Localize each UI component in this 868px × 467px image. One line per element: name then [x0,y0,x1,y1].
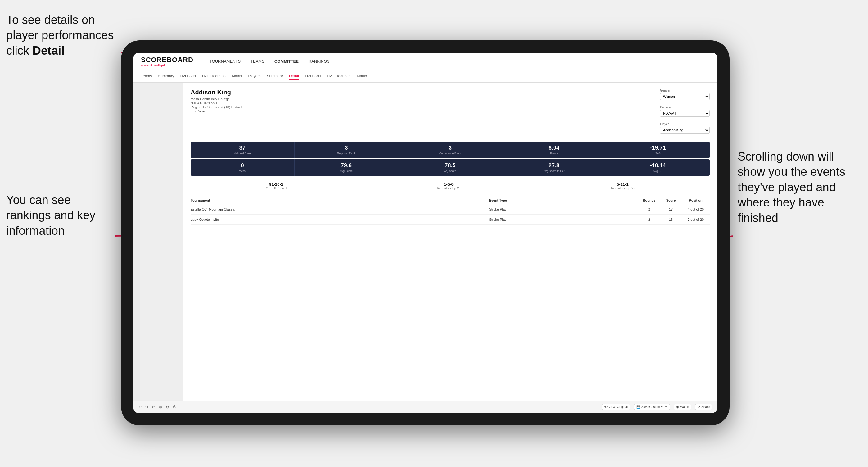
tournament-name-2: Lady Coyote Invite [191,218,489,221]
nav-committee[interactable]: COMMITTEE [274,58,299,65]
annotation-left: You can see rankings and key information [6,192,112,239]
annotation-bold: Detail [32,44,64,57]
position-1: 4 out of 20 [682,208,710,211]
avg-score-value: 79.6 [297,162,396,169]
main-panel: Addison King Mesa Community College NJCA… [183,83,717,401]
tab-summary[interactable]: Summary [158,73,174,80]
division-select[interactable]: NJCAA I [660,110,710,117]
stat-points: 6.04 Points [502,142,606,158]
annotation-right: Scrolling down will show you the events … [738,149,862,226]
score-1: 17 [660,208,682,211]
tab-matrix[interactable]: Matrix [232,73,242,80]
player-year: First Year [191,109,242,113]
position-2: 7 out of 20 [682,218,710,221]
th-tournament: Tournament [191,198,489,202]
tournament-table: Tournament Event Type Rounds Score Posit… [191,196,710,225]
player-select[interactable]: Addison King [660,127,710,133]
gender-select[interactable]: Women [660,93,710,100]
stat-sos: -19.71 SoS [606,142,710,158]
th-score: Score [660,198,682,202]
tab-players[interactable]: Players [248,73,260,80]
player-region: Region 1 - Southwest (18) District [191,105,242,109]
watch-button[interactable]: ◉ Watch [674,404,691,410]
tab-detail[interactable]: Detail [289,73,299,80]
nav-teams[interactable]: TEAMS [251,58,265,65]
th-position: Position [682,198,710,202]
left-sidebar [133,83,183,401]
regional-rank-value: 3 [297,145,396,151]
wins-value: 0 [193,162,292,169]
undo-icon[interactable]: ↩ [138,405,142,409]
th-event-type: Event Type [489,198,638,202]
overall-record-label: Overall Record [266,187,286,190]
nav-rankings[interactable]: RANKINGS [309,58,330,65]
logo-title: SCOREBOARD [141,56,193,64]
avg-sg-label: Avg SG [609,169,707,173]
save-label: Save Custom View [641,405,668,409]
stat-national-rank: 37 National Rank [191,142,294,158]
stat-adj-score: 78.5 Adj Score [398,159,502,176]
stats-row-2: 0 Wins 79.6 Avg Score 78.5 Adj Score 27.… [191,159,710,176]
wins-label: Wins [193,169,292,173]
avg-score-par-label: Avg Score to Par [505,169,603,173]
tab-teams[interactable]: Teams [141,73,152,80]
event-type-1: Stroke Play [489,208,638,211]
tab-summary-2[interactable]: Summary [267,73,282,80]
bottom-toolbar: ↩ ↪ ⟳ ⊕ ⚙ ⏱ 👁 View: Original 💾 Save Cust… [133,401,717,413]
annotation-right-text: Scrolling down will show you the events … [738,150,845,224]
redo-icon[interactable]: ↪ [145,405,148,409]
gender-label: Gender [660,89,710,92]
records-row: 91-20-1 Overall Record 1-5-0 Record vs t… [191,180,710,193]
division-filter: Division NJCAA I [660,105,710,117]
zoom-icon[interactable]: ⊕ [159,405,162,409]
share-icon: ↗ [698,405,700,409]
table-row: Lady Coyote Invite Stroke Play 2 16 7 ou… [191,215,710,225]
annotation-left-text: You can see rankings and key information [6,193,95,237]
timer-icon[interactable]: ⏱ [173,405,177,409]
tab-h2h-grid-2[interactable]: H2H Grid [305,73,321,80]
settings-icon[interactable]: ⚙ [166,405,169,409]
event-type-2: Stroke Play [489,218,638,221]
stat-regional-rank: 3 Regional Rank [294,142,399,158]
refresh-icon[interactable]: ⟳ [152,405,155,409]
stat-conference-rank: 3 Conference Rank [398,142,502,158]
avg-score-label: Avg Score [297,169,396,173]
points-label: Points [505,152,603,155]
tab-h2h-heatmap-2[interactable]: H2H Heatmap [327,73,350,80]
th-rounds: Rounds [638,198,660,202]
share-label: Share [701,405,710,409]
tab-h2h-grid[interactable]: H2H Grid [180,73,196,80]
stat-wins: 0 Wins [191,159,294,176]
conference-rank-label: Conference Rank [401,152,499,155]
table-row: Estella CC- Mountain Classic Stroke Play… [191,204,710,215]
tab-h2h-heatmap[interactable]: H2H Heatmap [202,73,226,80]
view-label: View: Original [609,405,628,409]
score-2: 16 [660,218,682,221]
view-original-button[interactable]: 👁 View: Original [602,404,630,410]
table-header: Tournament Event Type Rounds Score Posit… [191,196,710,204]
nav-tournaments[interactable]: TOURNAMENTS [210,58,241,65]
division-label: Division [660,105,710,109]
points-value: 6.04 [505,145,603,151]
stats-row-1: 37 National Rank 3 Regional Rank 3 Confe… [191,142,710,158]
gender-filter: Gender Women [660,89,710,100]
record-top50: 5-11-1 Record vs top 50 [611,182,634,190]
adj-score-value: 78.5 [401,162,499,169]
save-icon: 💾 [637,405,640,409]
share-button[interactable]: ↗ Share [695,404,712,410]
record-top50-value: 5-11-1 [611,182,634,187]
overall-record: 91-20-1 Overall Record [266,182,286,190]
save-custom-view-button[interactable]: 💾 Save Custom View [634,404,670,410]
stat-avg-score-par: 27.8 Avg Score to Par [502,159,606,176]
sos-value: -19.71 [609,145,707,151]
adj-score-label: Adj Score [401,169,499,173]
conference-rank-value: 3 [401,145,499,151]
filter-panel-inline: Gender Women Division NJCAA I [660,89,710,137]
watch-label: Watch [680,405,689,409]
regional-rank-label: Regional Rank [297,152,396,155]
clippd-text: clippd [156,64,165,67]
player-name: Addison King [191,89,242,96]
tab-matrix-2[interactable]: Matrix [357,73,367,80]
content-area: Addison King Mesa Community College NJCA… [133,83,717,401]
powered-by-text: Powered by [141,64,156,67]
